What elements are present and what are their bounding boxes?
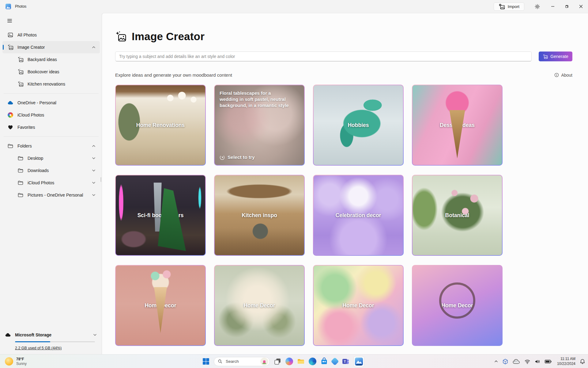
- card-label: Home Decor: [314, 266, 403, 345]
- sidebar-item-kitchen-renovations[interactable]: Kitchen renovations: [2, 78, 100, 90]
- moodboard-grid: Home Renovations Floral tablescapes for …: [115, 85, 572, 346]
- sidebar-item-backyard-ideas[interactable]: Backyard ideas: [2, 53, 100, 66]
- card-image: Home Decor: [413, 266, 502, 345]
- image-sparkle-icon: [17, 69, 24, 75]
- microsoft-store-button[interactable]: [320, 358, 328, 365]
- card-image: Hobbies: [314, 85, 403, 165]
- sidebar-item-label: Image Creator: [17, 45, 45, 50]
- card-hobbies[interactable]: Hobbies: [313, 85, 404, 166]
- onedrive-cloud-icon: [7, 100, 13, 106]
- search-input[interactable]: [225, 359, 258, 364]
- card-image: Dessert ideas: [413, 85, 502, 165]
- chevron-down-icon: [92, 193, 96, 197]
- teams-button[interactable]: [342, 358, 349, 365]
- photos-icon: [355, 358, 363, 366]
- sidebar-item-downloads[interactable]: Downloads: [2, 164, 100, 177]
- card-label: Home Decor: [215, 266, 304, 345]
- card-home-decor-1[interactable]: Home Decor: [115, 265, 206, 346]
- import-label: Import: [508, 4, 519, 9]
- sun-icon: [5, 357, 13, 366]
- minimize-button[interactable]: [546, 0, 560, 13]
- generate-label: Generate: [550, 54, 568, 59]
- tray-chevron-up[interactable]: [494, 359, 498, 364]
- battery-icon[interactable]: [545, 358, 552, 365]
- sidebar-item-label: Kitchen renovations: [28, 82, 65, 86]
- close-button[interactable]: [574, 0, 588, 13]
- taskbar-search[interactable]: [214, 357, 270, 366]
- card-celebration-decor[interactable]: Celebration decor: [313, 175, 404, 256]
- copilot-button[interactable]: [285, 358, 293, 365]
- sidebar-item-all-photos[interactable]: All Photos: [2, 29, 100, 41]
- wifi-icon[interactable]: [524, 358, 530, 365]
- card-image: Floral tablescapes for a wedding in soft…: [215, 85, 304, 165]
- onedrive-tray-icon[interactable]: [512, 358, 520, 366]
- card-dessert-ideas[interactable]: Dessert ideas: [412, 85, 503, 166]
- icloud-photos-icon: [8, 112, 13, 118]
- sidebar-item-label: Folders: [17, 144, 32, 148]
- sidebar-item-pictures-onedrive[interactable]: Pictures - OneDrive Personal: [2, 189, 100, 201]
- card-image: Home Decor: [314, 266, 403, 345]
- sidebar-item-onedrive-personal[interactable]: OneDrive - Personal: [2, 97, 100, 109]
- hamburger-menu-button[interactable]: [4, 15, 15, 26]
- sidebar-item-label: All Photos: [17, 33, 37, 37]
- sidebar-separator: [4, 93, 99, 94]
- sidebar-item-image-creator[interactable]: Image Creator: [2, 41, 100, 53]
- about-link[interactable]: About: [554, 73, 572, 78]
- prompt-input[interactable]: [115, 52, 532, 61]
- folder-icon: [17, 167, 24, 174]
- card-home-decor-2[interactable]: Home Decor: [214, 265, 305, 346]
- card-home-renovations[interactable]: Home Renovations: [115, 85, 206, 166]
- card-label: Hobbies: [314, 85, 403, 165]
- volume-icon[interactable]: [534, 358, 541, 365]
- task-view-button[interactable]: [274, 358, 281, 365]
- desktop-screen: Photos Import All Photos: [0, 0, 588, 368]
- sidebar-item-folders[interactable]: Folders: [2, 140, 100, 152]
- designer-button[interactable]: [331, 357, 339, 366]
- clock[interactable]: 11:11 AM 10/22/2024: [557, 357, 575, 366]
- sidebar-item-bookcover-ideas[interactable]: Bookcover ideas: [2, 66, 100, 78]
- card-scifi-book-covers[interactable]: Sci-fi book covers: [115, 175, 206, 256]
- edge-button[interactable]: [309, 358, 316, 365]
- generate-button[interactable]: Generate: [539, 52, 572, 61]
- restore-icon: [565, 5, 569, 8]
- sidebar-item-favorites[interactable]: Favorites: [2, 121, 100, 133]
- page-header: Image Creator: [115, 30, 572, 43]
- sidebar-item-label: Backyard ideas: [28, 57, 57, 62]
- folder-icon: [17, 180, 24, 186]
- storage-usage-link[interactable]: 2.2 GB used of 5 GB (44%): [15, 346, 62, 350]
- sidebar-item-icloud-photos[interactable]: iCloud Photos: [2, 109, 100, 121]
- section-heading: Explore ideas and generate your own mood…: [115, 72, 232, 78]
- sidebar-item-label: iCloud Photos: [17, 113, 44, 117]
- card-label: Home Decor: [116, 266, 205, 345]
- photos-app-icon: [6, 4, 11, 9]
- card-floral-prompt[interactable]: Floral tablescapes for a wedding in soft…: [214, 85, 305, 166]
- card-image: Home Decor: [116, 266, 205, 345]
- sidebar-item-desktop[interactable]: Desktop: [2, 152, 100, 164]
- taskbar: 78°F Sunny: [0, 354, 588, 368]
- card-home-decor-3[interactable]: Home Decor: [313, 265, 404, 346]
- photos-taskbar-button[interactable]: [353, 356, 364, 367]
- image-creator-icon: [115, 31, 126, 42]
- chevron-down-icon: [92, 169, 96, 172]
- sidebar-item-label: Desktop: [28, 156, 43, 161]
- sidebar-item-icloud-photos-folder[interactable]: iCloud Photos: [2, 177, 100, 189]
- restore-button[interactable]: [560, 0, 574, 13]
- card-image: Kitchen inspo: [215, 175, 304, 255]
- card-home-decor-4[interactable]: Home Decor: [412, 265, 503, 346]
- notifications-bell-icon[interactable]: [579, 358, 586, 365]
- folder-icon: [17, 192, 24, 198]
- card-kitchen-inspo[interactable]: Kitchen inspo: [214, 175, 305, 256]
- sidebar-item-label: OneDrive - Personal: [17, 100, 56, 105]
- storage-header[interactable]: Microsoft Storage: [5, 332, 97, 338]
- tray-3d-app-icon[interactable]: [502, 358, 508, 365]
- sidebar-item-label: iCloud Photos: [28, 180, 54, 185]
- settings-button[interactable]: [531, 1, 543, 12]
- card-botanical[interactable]: Botanical: [412, 175, 503, 256]
- card-label: Botanical: [413, 175, 502, 255]
- select-cursor-icon: [220, 155, 225, 160]
- file-explorer-button[interactable]: [297, 358, 305, 365]
- clock-date: 10/22/2024: [557, 362, 575, 366]
- import-button[interactable]: Import: [494, 2, 524, 11]
- weather-widget[interactable]: 78°F Sunny: [3, 355, 28, 368]
- start-button[interactable]: [202, 358, 210, 365]
